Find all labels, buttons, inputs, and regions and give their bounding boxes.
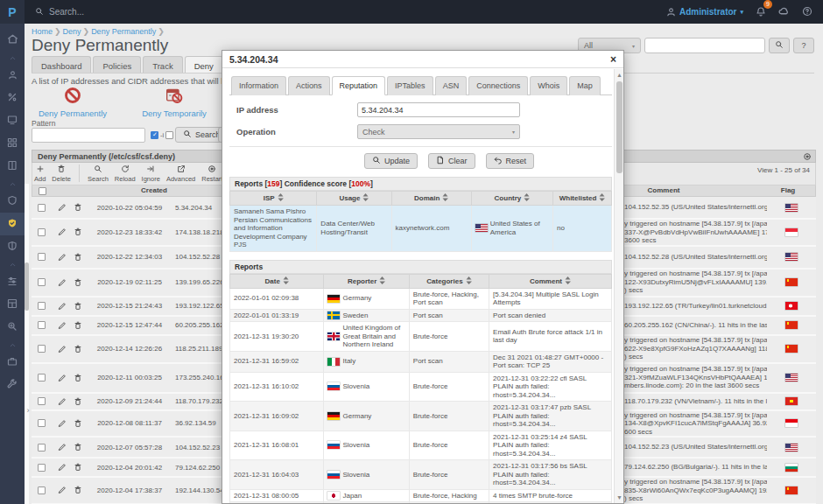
row-checkbox[interactable] xyxy=(38,419,46,427)
sidebar-expander[interactable]: › xyxy=(25,402,32,418)
row-checkbox[interactable] xyxy=(38,444,46,452)
row-checkbox[interactable] xyxy=(38,374,46,382)
delete-icon[interactable] xyxy=(74,416,82,431)
sort-icon[interactable] xyxy=(565,276,571,286)
row-checkbox[interactable] xyxy=(38,278,46,286)
toolbar-add-button[interactable]: Add xyxy=(34,164,46,183)
delete-icon[interactable] xyxy=(74,275,82,290)
delete-icon[interactable] xyxy=(74,459,82,475)
sidebar-item-grid[interactable] xyxy=(0,132,25,155)
breadcrumb-link[interactable]: Deny Permanently xyxy=(91,27,156,36)
quick-link-deny-permanently[interactable]: Deny Permanently xyxy=(33,87,112,118)
row-checkbox[interactable] xyxy=(38,321,46,329)
close-icon[interactable]: × xyxy=(610,55,616,64)
sidebar-item-shield[interactable] xyxy=(0,190,25,213)
column-header-whitelisted[interactable]: Whitelisted xyxy=(553,192,612,206)
toolbar-reload-button[interactable]: Reload xyxy=(115,164,136,183)
sidebar-item-sliders[interactable] xyxy=(0,270,25,293)
tab-policies[interactable]: Policies xyxy=(93,56,141,73)
edit-icon[interactable] xyxy=(58,439,67,455)
modal-tab-information[interactable]: Information xyxy=(231,76,286,95)
update-button[interactable]: Update xyxy=(364,153,418,169)
modal-tab-map[interactable]: Map xyxy=(569,76,601,95)
help-button[interactable] xyxy=(802,4,812,20)
sort-icon[interactable] xyxy=(278,193,284,203)
edit-icon[interactable] xyxy=(58,341,67,357)
select-all-checkbox[interactable] xyxy=(39,187,46,195)
delete-icon[interactable] xyxy=(74,482,82,498)
column-header-reporter[interactable]: Reporter xyxy=(324,274,409,288)
edit-icon[interactable] xyxy=(58,200,67,215)
modal-scrollbar-thumb[interactable] xyxy=(616,81,623,173)
toolbar-restart-button[interactable]: Restart xyxy=(201,164,222,183)
scroll-down-icon[interactable]: ▼ xyxy=(615,493,624,502)
edit-icon[interactable] xyxy=(58,459,67,475)
sidebar-item-chevron-up[interactable] xyxy=(0,178,25,190)
modal-tab-actions[interactable]: Actions xyxy=(288,76,330,95)
sidebar-item-shield-half[interactable] xyxy=(0,235,25,258)
clear-button[interactable]: Clear xyxy=(428,153,475,169)
toolbar-search-button[interactable]: Search xyxy=(88,164,109,183)
sort-icon[interactable] xyxy=(524,193,530,203)
delete-icon[interactable] xyxy=(74,394,82,410)
page-scrollbar[interactable] xyxy=(25,184,29,504)
edit-icon[interactable] xyxy=(58,370,67,386)
sidebar-item-layout[interactable] xyxy=(0,293,25,316)
edit-icon[interactable] xyxy=(58,482,67,498)
delete-icon[interactable] xyxy=(74,370,82,386)
sidebar-item-monitor[interactable] xyxy=(0,109,25,132)
sort-icon[interactable] xyxy=(466,276,472,286)
column-header-domain[interactable]: Domain xyxy=(391,192,471,206)
quick-link-deny-temporarily[interactable]: Deny Temporarily xyxy=(135,87,214,118)
row-checkbox[interactable] xyxy=(38,253,46,261)
edit-icon[interactable] xyxy=(58,318,67,333)
breadcrumb-link[interactable]: Deny xyxy=(63,27,81,36)
cloud-button[interactable] xyxy=(778,4,790,20)
notifications-button[interactable]: 9 xyxy=(756,4,766,20)
modal-tab-asn[interactable]: ASN xyxy=(435,76,468,95)
gear-icon[interactable] xyxy=(803,152,812,163)
sort-icon[interactable] xyxy=(599,193,605,203)
row-checkbox[interactable] xyxy=(38,302,46,310)
user-menu[interactable]: Administrator ▾ xyxy=(666,7,743,17)
sidebar-item-shield-check[interactable] xyxy=(0,213,25,235)
sidebar-item-percent[interactable] xyxy=(0,87,25,109)
modal-tab-reputation[interactable]: Reputation xyxy=(332,76,386,95)
sidebar-item-book[interactable] xyxy=(0,155,25,178)
tab-dashboard[interactable]: Dashboard xyxy=(32,56,91,73)
sidebar-item-wrench[interactable] xyxy=(0,374,25,396)
sort-icon[interactable] xyxy=(442,193,448,203)
filter-search-button[interactable] xyxy=(769,38,790,53)
toolbar-ignore-button[interactable]: Ignore xyxy=(142,164,160,183)
delete-icon[interactable] xyxy=(74,249,82,265)
filter-input[interactable] xyxy=(644,38,765,53)
column-header-country[interactable]: Country xyxy=(471,192,552,206)
breadcrumb-link[interactable]: Home xyxy=(32,27,53,36)
global-search[interactable]: Search... xyxy=(35,7,84,18)
reset-button[interactable]: Reset xyxy=(486,153,535,169)
sidebar-item-home[interactable] xyxy=(0,29,25,52)
modal-scrollbar[interactable]: ▲ ▼ xyxy=(614,69,623,503)
modal-tab-iptables[interactable]: IPTables xyxy=(387,76,433,95)
delete-icon[interactable] xyxy=(74,439,82,455)
edit-icon[interactable] xyxy=(58,249,67,265)
ip-address-input[interactable] xyxy=(357,102,520,117)
row-checkbox[interactable] xyxy=(38,464,46,472)
sidebar-item-briefcase[interactable] xyxy=(0,351,25,374)
flag-i-checkbox[interactable]: -i xyxy=(151,131,164,139)
row-checkbox[interactable] xyxy=(38,486,46,494)
scroll-up-icon[interactable]: ▲ xyxy=(615,70,624,80)
app-logo[interactable]: P xyxy=(0,0,25,24)
edit-icon[interactable] xyxy=(58,298,67,314)
modal-tab-whois[interactable]: Whois xyxy=(530,76,567,95)
sidebar-item-search-plus[interactable] xyxy=(0,316,25,339)
tab-deny[interactable]: Deny xyxy=(185,56,223,73)
sidebar-item-chevron-up[interactable] xyxy=(0,339,25,351)
operation-select[interactable]: Check▾ xyxy=(357,124,520,139)
delete-icon[interactable] xyxy=(74,341,82,357)
column-header-created[interactable]: Created xyxy=(90,186,218,194)
column-header-usage[interactable]: Usage xyxy=(317,192,391,206)
delete-icon[interactable] xyxy=(74,298,82,314)
column-header-flag[interactable]: Flag xyxy=(744,186,823,194)
sort-icon[interactable] xyxy=(362,193,369,203)
